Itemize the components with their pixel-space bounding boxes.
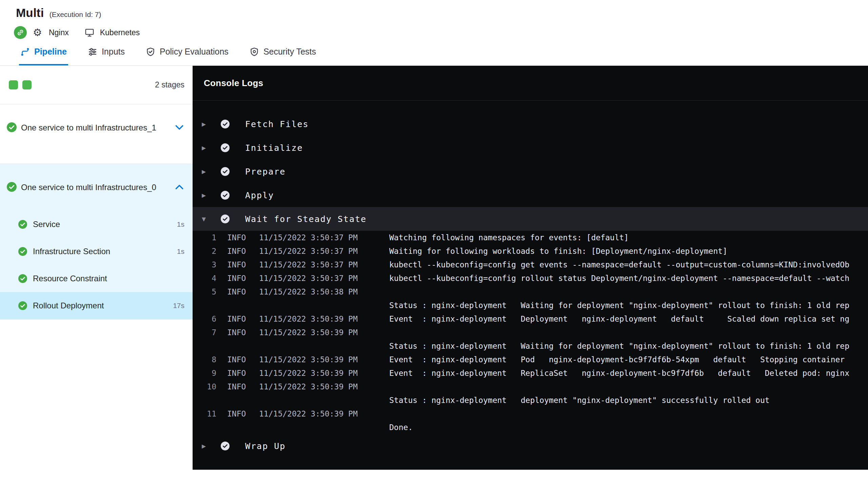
log-line: 4 INFO 11/15/2022 3:50:37 PM kubectl --k… [193,271,868,285]
step-success-icon [221,442,230,450]
stage-card-infrastructures-0[interactable]: One service to multi Infrastructures_0 [0,164,193,211]
log-line: 6 INFO 11/15/2022 3:50:39 PM Event : ngi… [193,312,868,326]
infrastructure-icon [84,27,95,38]
chevron-up-icon[interactable] [175,184,184,191]
log-line-number [205,339,216,353]
stage-expanded-infrastructures-0: One service to multi Infrastructures_0 S… [0,164,193,320]
tab-policy-evaluations[interactable]: Policy Evaluations [144,39,230,65]
log-timestamp [259,339,361,353]
console-step-name: Fetch Files [245,119,309,129]
stage-summary-bar: 2 stages [0,66,193,104]
cd-module-icon [14,26,27,39]
console-logs-panel: Console Logs ▸ Fetch Files ▸ Initialize … [193,66,868,470]
log-timestamp: 11/15/2022 3:50:39 PM [259,366,361,380]
page-header: Multi (Execution Id: 7) ⚙ Nginx Kubernet… [0,0,868,39]
log-message: Status : nginx-deployment Waiting for de… [389,299,849,312]
log-line: 9 INFO 11/15/2022 3:50:39 PM Event : ngi… [193,366,868,380]
log-message: Waiting for following workloads to finis… [389,244,727,258]
log-level: INFO [227,380,248,393]
chevron-right-icon: ▸ [199,190,209,200]
log-line-number [205,421,216,434]
log-message: Done. [389,421,413,434]
chevron-right-icon: ▸ [199,167,209,176]
log-line-continuation: Status : nginx-deployment deployment "ng… [193,393,868,407]
log-line: 8 INFO 11/15/2022 3:50:39 PM Event : ngi… [193,353,868,366]
log-line-number: 10 [205,380,216,393]
step-duration: 1s [177,247,184,256]
sidebar-step-infrastructure-section[interactable]: Infrastructure Section 1s [0,238,193,265]
tab-label: Security Tests [263,47,316,57]
step-success-icon [221,191,230,200]
log-timestamp [259,299,361,312]
console-step-prepare[interactable]: ▸ Prepare [193,160,868,183]
console-step-initialize[interactable]: ▸ Initialize [193,136,868,160]
chevron-right-icon: ▸ [199,143,209,152]
log-line: 1 INFO 11/15/2022 3:50:37 PM Watching fo… [193,231,868,244]
log-message: Status : nginx-deployment deployment "ng… [389,393,770,407]
log-line-number: 11 [205,407,216,421]
success-check-icon [7,182,17,195]
log-message: Watching following namespaces for events… [389,231,629,244]
log-timestamp: 11/15/2022 3:50:39 PM [259,326,361,339]
log-line: 2 INFO 11/15/2022 3:50:37 PM Waiting for… [193,244,868,258]
stage-status-square[interactable] [9,80,18,89]
console-header: Console Logs [193,66,868,101]
sidebar-step-service[interactable]: Service 1s [0,211,193,238]
log-line: 11 INFO 11/15/2022 3:50:39 PM [193,407,868,421]
stage-status-square[interactable] [22,80,32,89]
chevron-right-icon: ▸ [199,119,209,129]
log-line-number: 7 [205,326,216,339]
tab-inputs[interactable]: Inputs [86,39,126,65]
log-message: Event : nginx-deployment Pod nginx-deplo… [389,353,845,366]
chevron-down-icon[interactable] [175,125,184,131]
log-line-continuation: Done. [193,421,868,434]
log-timestamp: 11/15/2022 3:50:39 PM [259,407,361,421]
tab-security-tests[interactable]: Security Tests [248,39,317,65]
log-timestamp: 11/15/2022 3:50:38 PM [259,285,361,299]
page-title: Multi [16,6,44,20]
log-timestamp: 11/15/2022 3:50:37 PM [259,271,361,285]
log-line-number: 9 [205,366,216,380]
console-step-name: Wrap Up [245,441,285,451]
log-line: 10 INFO 11/15/2022 3:50:39 PM [193,380,868,393]
console-step-name: Prepare [245,167,285,177]
chevron-down-icon: ▾ [199,214,209,224]
stage-status-minimap [9,80,32,89]
infrastructure-name: Kubernetes [100,28,140,37]
step-success-icon [221,215,230,223]
log-timestamp: 11/15/2022 3:50:39 PM [259,312,361,326]
log-message: Event : nginx-deployment Deployment ngin… [389,312,849,326]
log-line-number: 4 [205,271,216,285]
tab-label: Inputs [102,47,125,57]
gear-icon[interactable]: ⚙ [33,27,42,38]
console-step-name: Apply [245,190,274,200]
step-label: Infrastructure Section [33,247,110,256]
tab-label: Pipeline [34,47,67,57]
log-timestamp: 11/15/2022 3:50:37 PM [259,244,361,258]
log-level: INFO [227,326,248,339]
step-success-icon [221,143,230,152]
sidebar-step-resource-constraint[interactable]: Resource Constraint [0,265,193,292]
log-level: INFO [227,285,248,299]
log-message: Event : nginx-deployment ReplicaSet ngin… [389,366,849,380]
log-message: kubectl --kubeconfig=config get events -… [389,258,849,271]
stage-card-infrastructures-1[interactable]: One service to multi Infrastructures_1 [0,104,193,164]
console-step-wait-for-steady-state[interactable]: ▾ Wait for Steady State [193,207,868,231]
log-line: 5 INFO 11/15/2022 3:50:38 PM [193,285,868,299]
success-check-icon [18,274,27,283]
console-step-fetch-files[interactable]: ▸ Fetch Files [193,112,868,136]
tab-pipeline[interactable]: Pipeline [19,39,68,65]
stage-name: One service to multi Infrastructures_1 [21,123,156,132]
step-label: Resource Constraint [33,274,107,283]
log-line-number: 8 [205,353,216,366]
success-check-icon [7,122,17,136]
sidebar-step-rollout-deployment[interactable]: Rollout Deployment 17s [0,292,193,319]
execution-sidebar: 2 stages One service to multi Infrastruc… [0,66,193,470]
chevron-right-icon: ▸ [199,441,209,451]
log-timestamp [259,421,361,434]
console-step-wrap-up[interactable]: ▸ Wrap Up [193,434,868,458]
console-step-apply[interactable]: ▸ Apply [193,183,868,207]
log-level: INFO [227,312,248,326]
log-level: INFO [227,353,248,366]
log-level: INFO [227,244,248,258]
